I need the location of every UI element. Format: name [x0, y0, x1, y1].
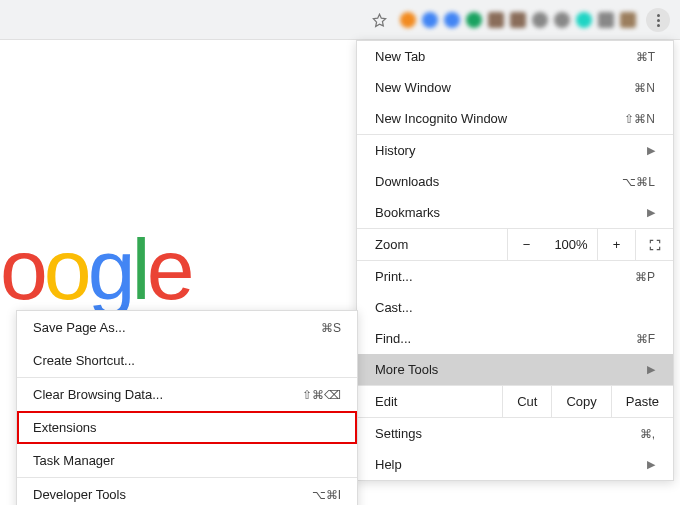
menu-label: Zoom: [357, 229, 507, 260]
menu-bookmarks[interactable]: Bookmarks ▶: [357, 197, 673, 228]
fullscreen-button[interactable]: [635, 230, 673, 260]
submenu-developer-tools[interactable]: Developer Tools ⌥⌘I: [17, 477, 357, 505]
menu-shortcut: ⌘T: [636, 50, 655, 64]
edit-cut-button[interactable]: Cut: [502, 386, 551, 417]
more-tools-submenu: Save Page As... ⌘S Create Shortcut... Cl…: [16, 310, 358, 505]
menu-more-tools[interactable]: More Tools ▶: [357, 354, 673, 385]
edit-copy-button[interactable]: Copy: [551, 386, 610, 417]
menu-print[interactable]: Print... ⌘P: [357, 260, 673, 292]
menu-label: New Incognito Window: [375, 111, 507, 126]
menu-shortcut: ⇧⌘⌫: [302, 388, 341, 402]
menu-shortcut: ⌘P: [635, 270, 655, 284]
submenu-create-shortcut[interactable]: Create Shortcut...: [17, 344, 357, 377]
menu-label: Clear Browsing Data...: [33, 387, 163, 402]
submenu-arrow-icon: ▶: [647, 144, 655, 157]
menu-shortcut: ⌥⌘I: [312, 488, 341, 502]
menu-label: New Window: [375, 80, 451, 95]
menu-find[interactable]: Find... ⌘F: [357, 323, 673, 354]
zoom-out-button[interactable]: −: [507, 229, 545, 260]
submenu-arrow-icon: ▶: [647, 363, 655, 376]
menu-label: Print...: [375, 269, 413, 284]
menu-label: Task Manager: [33, 453, 115, 468]
menu-history[interactable]: History ▶: [357, 134, 673, 166]
menu-downloads[interactable]: Downloads ⌥⌘L: [357, 166, 673, 197]
menu-label: Create Shortcut...: [33, 353, 135, 368]
menu-label: Save Page As...: [33, 320, 126, 335]
chrome-menu-button[interactable]: [646, 8, 670, 32]
google-logo: oogle: [0, 220, 190, 319]
submenu-task-manager[interactable]: Task Manager: [17, 444, 357, 477]
menu-shortcut: ⌘,: [640, 427, 655, 441]
submenu-arrow-icon: ▶: [647, 458, 655, 471]
submenu-arrow-icon: ▶: [647, 206, 655, 219]
menu-new-tab[interactable]: New Tab ⌘T: [357, 41, 673, 72]
menu-shortcut: ⌥⌘L: [622, 175, 655, 189]
menu-label: New Tab: [375, 49, 425, 64]
menu-label: Extensions: [33, 420, 97, 435]
edit-paste-button[interactable]: Paste: [611, 386, 673, 417]
menu-label: Settings: [375, 426, 422, 441]
menu-label: Help: [375, 457, 402, 472]
zoom-value: 100%: [545, 229, 597, 260]
menu-help[interactable]: Help ▶: [357, 449, 673, 480]
menu-shortcut: ⌘S: [321, 321, 341, 335]
menu-label: History: [375, 143, 415, 158]
menu-shortcut: ⌘N: [634, 81, 655, 95]
submenu-extensions[interactable]: Extensions: [17, 411, 357, 444]
menu-label: More Tools: [375, 362, 438, 377]
toolbar-right-cluster: [370, 6, 636, 34]
submenu-save-page[interactable]: Save Page As... ⌘S: [17, 311, 357, 344]
chrome-main-menu: New Tab ⌘T New Window ⌘N New Incognito W…: [356, 40, 674, 481]
menu-label: Downloads: [375, 174, 439, 189]
menu-cast[interactable]: Cast...: [357, 292, 673, 323]
menu-edit-row: Edit Cut Copy Paste: [357, 385, 673, 417]
bookmark-star-icon[interactable]: [370, 11, 388, 29]
menu-shortcut: ⇧⌘N: [624, 112, 655, 126]
menu-zoom-row: Zoom − 100% +: [357, 228, 673, 260]
submenu-clear-browsing[interactable]: Clear Browsing Data... ⇧⌘⌫: [17, 377, 357, 411]
menu-new-incognito[interactable]: New Incognito Window ⇧⌘N: [357, 103, 673, 134]
menu-label: Edit: [357, 386, 502, 417]
menu-label: Developer Tools: [33, 487, 126, 502]
zoom-in-button[interactable]: +: [597, 229, 635, 260]
menu-label: Cast...: [375, 300, 413, 315]
menu-settings[interactable]: Settings ⌘,: [357, 417, 673, 449]
menu-label: Find...: [375, 331, 411, 346]
browser-toolbar: [0, 0, 680, 40]
menu-shortcut: ⌘F: [636, 332, 655, 346]
menu-new-window[interactable]: New Window ⌘N: [357, 72, 673, 103]
menu-label: Bookmarks: [375, 205, 440, 220]
